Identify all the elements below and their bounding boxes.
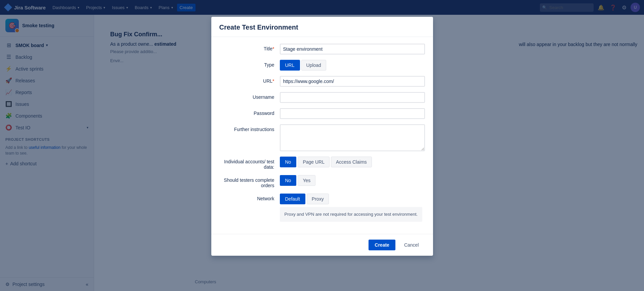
individual-accounts-label: Individual accounts/ test data:	[219, 157, 280, 170]
network-default-button[interactable]: Default	[280, 194, 305, 204]
individual-accounts-button-group: No Page URL Access Claims	[280, 157, 372, 167]
should-testers-yes-button[interactable]: Yes	[298, 175, 315, 186]
title-label: Title*	[219, 44, 280, 51]
network-button-group: Default Proxy	[280, 194, 423, 204]
form-row-should-testers: Should testers complete orders No Yes	[219, 175, 425, 188]
network-label: Network	[219, 194, 280, 201]
further-instructions-label: Further instructions	[219, 124, 280, 132]
further-instructions-input[interactable]	[280, 124, 425, 151]
type-button-group: URL Upload	[280, 60, 326, 71]
form-row-individual-accounts: Individual accounts/ test data: No Page …	[219, 157, 425, 170]
create-button[interactable]: Create	[369, 240, 395, 250]
username-label: Username	[219, 92, 280, 100]
modal-header: Create Test Environment	[211, 17, 433, 37]
type-label: Type	[219, 60, 280, 68]
type-upload-button[interactable]: Upload	[301, 60, 326, 71]
form-row-url: URL*	[219, 76, 425, 87]
cancel-button[interactable]: Cancel	[398, 240, 425, 250]
network-info-box: Proxy and VPN are not required for acces…	[280, 207, 423, 222]
type-url-button[interactable]: URL	[280, 60, 300, 71]
form-row-username: Username	[219, 92, 425, 103]
should-testers-button-group: No Yes	[280, 175, 316, 186]
network-area: Default Proxy Proxy and VPN are not requ…	[280, 194, 423, 222]
form-row-further-instructions: Further instructions	[219, 124, 425, 151]
form-row-title: Title*	[219, 44, 425, 54]
should-testers-no-button[interactable]: No	[280, 175, 297, 186]
modal-footer: Create Cancel	[211, 234, 433, 256]
title-input[interactable]	[280, 44, 425, 54]
individual-accounts-no-button[interactable]: No	[280, 157, 297, 167]
should-testers-label: Should testers complete orders	[219, 175, 280, 188]
form-row-password: Password	[219, 108, 425, 119]
username-input[interactable]	[280, 92, 425, 103]
individual-accounts-page-url-button[interactable]: Page URL	[298, 157, 330, 167]
network-proxy-button[interactable]: Proxy	[307, 194, 329, 204]
modal-overlay: Create Test Environment Title* Type URL …	[0, 0, 644, 291]
password-label: Password	[219, 108, 280, 116]
url-label: URL*	[219, 76, 280, 84]
individual-accounts-access-claims-button[interactable]: Access Claims	[331, 157, 372, 167]
url-input[interactable]	[280, 76, 425, 87]
modal-title: Create Test Environment	[219, 24, 425, 31]
modal-body: Title* Type URL Upload URL*	[211, 37, 433, 234]
password-input[interactable]	[280, 108, 425, 119]
form-row-network: Network Default Proxy Proxy and VPN are …	[219, 194, 425, 222]
form-row-type: Type URL Upload	[219, 60, 425, 71]
create-test-environment-modal: Create Test Environment Title* Type URL …	[211, 17, 433, 256]
